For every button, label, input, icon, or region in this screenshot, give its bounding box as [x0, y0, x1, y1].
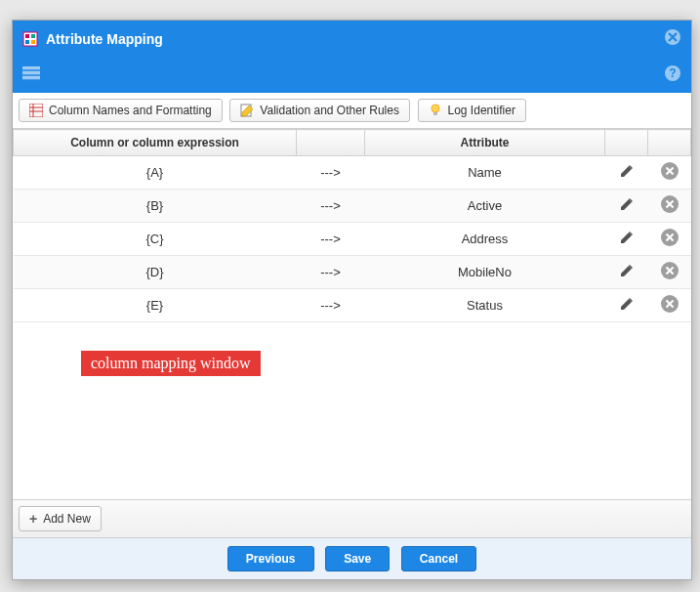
cell-attribute: Name: [365, 156, 605, 190]
attribute-mapping-dialog: Attribute Mapping ? Column Names and For…: [12, 20, 692, 580]
close-icon[interactable]: [664, 28, 681, 49]
annotation-label: column mapping window: [81, 351, 261, 376]
toolbar: ?: [13, 57, 691, 93]
header-attribute[interactable]: Attribute: [365, 130, 605, 156]
cell-edit: [605, 256, 648, 289]
svg-rect-7: [22, 66, 40, 69]
table-row[interactable]: {A}--->Name: [14, 156, 691, 190]
svg-point-17: [432, 105, 439, 112]
cell-arrow: --->: [297, 223, 365, 256]
svg-rect-1: [25, 34, 29, 38]
svg-rect-2: [31, 34, 35, 38]
tab-column-names-label: Column Names and Formatting: [49, 104, 212, 117]
header-delete: [648, 130, 691, 156]
cell-delete: [648, 289, 691, 322]
footer-actions: Previous Save Cancel: [13, 538, 691, 579]
cell-expression: {D}: [14, 256, 297, 289]
svg-rect-8: [22, 71, 40, 74]
help-icon[interactable]: ?: [664, 64, 681, 85]
cell-attribute: Active: [365, 190, 605, 223]
cell-arrow: --->: [297, 156, 365, 190]
save-button[interactable]: Save: [325, 546, 390, 571]
cell-expression: {B}: [14, 190, 297, 223]
svg-rect-9: [22, 76, 40, 79]
previous-button[interactable]: Previous: [227, 546, 314, 571]
footer: + Add New Previous Save Cancel: [13, 499, 691, 579]
tab-log-label: Log Identifier: [448, 104, 515, 117]
cell-delete: [648, 256, 691, 289]
cell-edit: [605, 289, 648, 322]
pencil-icon[interactable]: [619, 163, 635, 182]
cell-edit: [605, 156, 648, 190]
svg-text:?: ?: [669, 66, 676, 80]
close-icon[interactable]: [661, 262, 679, 279]
close-icon[interactable]: [661, 295, 679, 313]
cell-arrow: --->: [297, 190, 365, 223]
pencil-icon[interactable]: [619, 230, 635, 248]
header-arrow: [297, 130, 365, 156]
mapping-grid: Column or column expression Attribute {A…: [13, 129, 691, 499]
cell-expression: {C}: [14, 223, 297, 256]
dialog-title: Attribute Mapping: [46, 31, 163, 47]
plus-icon: +: [29, 511, 37, 527]
cell-delete: [648, 223, 691, 256]
cell-edit: [605, 223, 648, 256]
pencil-icon[interactable]: [619, 263, 635, 281]
table-row[interactable]: {D}--->MobileNo: [14, 256, 691, 289]
add-new-button[interactable]: + Add New: [19, 506, 102, 531]
tab-validation-label: Validation and Other Rules: [260, 104, 399, 117]
svg-rect-12: [29, 104, 43, 117]
cell-edit: [605, 190, 648, 223]
tab-validation[interactable]: Validation and Other Rules: [229, 99, 410, 122]
cell-attribute: Address: [365, 223, 605, 256]
close-icon[interactable]: [661, 162, 679, 180]
tab-log-identifier[interactable]: Log Identifier: [418, 99, 526, 122]
cell-attribute: Status: [365, 289, 605, 322]
app-icon: [22, 31, 38, 47]
svg-rect-18: [433, 112, 437, 115]
table-row[interactable]: {B}--->Active: [14, 190, 691, 223]
mapping-table: Column or column expression Attribute {A…: [13, 129, 691, 322]
svg-rect-3: [25, 40, 29, 44]
cancel-button[interactable]: Cancel: [401, 546, 476, 571]
tabs-bar: Column Names and Formatting Validation a…: [13, 93, 691, 129]
add-new-label: Add New: [43, 512, 91, 526]
table-row[interactable]: {E}--->Status: [14, 289, 691, 322]
cell-arrow: --->: [297, 256, 365, 289]
footer-add-row: + Add New: [13, 500, 691, 538]
header-expression[interactable]: Column or column expression: [14, 130, 297, 156]
cell-expression: {E}: [14, 289, 297, 322]
pencil-icon[interactable]: [619, 296, 635, 315]
titlebar: Attribute Mapping: [13, 21, 691, 57]
grid-icon[interactable]: [22, 66, 40, 83]
close-icon[interactable]: [661, 229, 679, 246]
cell-attribute: MobileNo: [365, 256, 605, 289]
header-edit: [605, 130, 648, 156]
close-icon[interactable]: [661, 195, 679, 213]
tab-column-names[interactable]: Column Names and Formatting: [19, 99, 223, 122]
pencil-icon[interactable]: [619, 196, 635, 215]
table-row[interactable]: {C}--->Address: [14, 223, 691, 256]
cell-expression: {A}: [14, 156, 297, 190]
cell-delete: [648, 156, 691, 190]
cell-arrow: --->: [297, 289, 365, 322]
svg-rect-4: [31, 40, 35, 44]
cell-delete: [648, 190, 691, 223]
